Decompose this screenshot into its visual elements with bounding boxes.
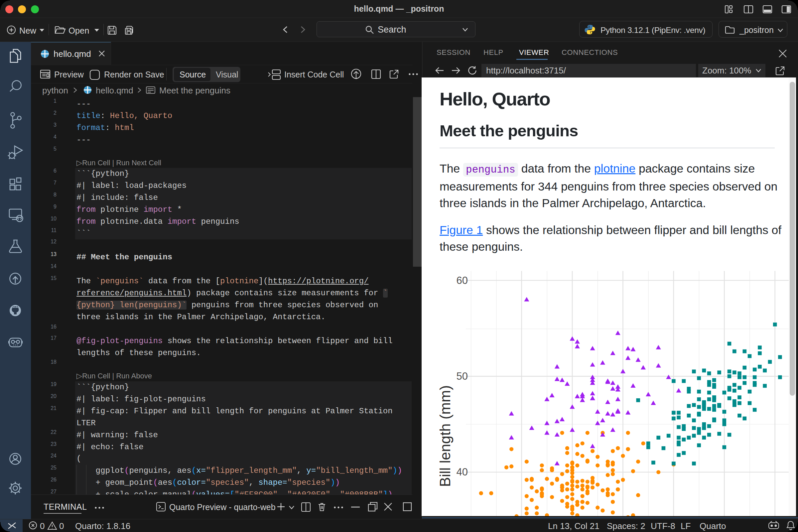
svg-text:Bill length (mm): Bill length (mm) [437,385,453,487]
svg-text:60: 60 [457,274,468,286]
svg-text:40: 40 [457,466,468,478]
svg-text:50: 50 [457,370,468,382]
